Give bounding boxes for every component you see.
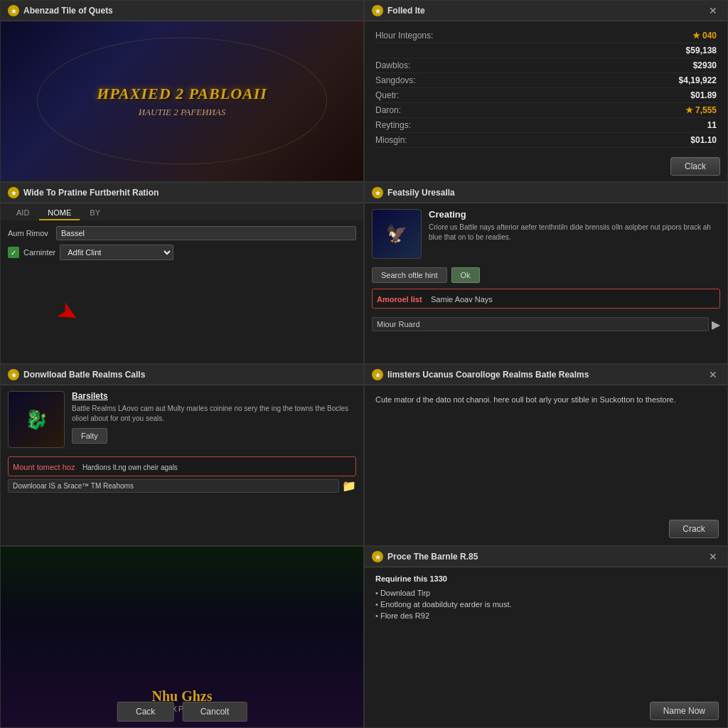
- art-background: Nhu Ghzs LXPEE: [1, 547, 363, 727]
- info-row-6: Daron: ★ 7,555: [375, 103, 717, 118]
- panel-icon-5: ★: [8, 369, 19, 380]
- bottom-buttons: Cack Cancolt: [117, 702, 247, 722]
- feature-top: 🦅 Creating Criore us Battle nays afterio…: [372, 209, 720, 259]
- dropdown-folder-icon[interactable]: 📁: [342, 479, 356, 493]
- info-row-5: Quetr: $01.89: [375, 88, 717, 103]
- clack-button[interactable]: Clack: [670, 157, 720, 176]
- panel-title-4: Featsily Uresalla: [387, 188, 720, 198]
- info-label-5: Quetr:: [375, 90, 399, 100]
- panel-featsily: ★ Featsily Uresalla 🦅 Creating Criore us…: [364, 182, 728, 364]
- search-hint-button[interactable]: Search oftle hint: [372, 267, 447, 283]
- info-row-7: Reytings: 11: [375, 118, 717, 133]
- info-row-8: Miosgin: $01.10: [375, 133, 717, 148]
- info-label-4: Sangdovs:: [375, 75, 416, 85]
- download-desc: Battle Realms LAovo cam aut Multy marles…: [72, 404, 356, 424]
- clack-button-area: Clack: [670, 157, 720, 176]
- tab-by[interactable]: BY: [81, 206, 109, 220]
- proc-list-item-2: Enotlong at doabilduty earder is must.: [375, 599, 717, 610]
- download-title: Barsilets: [72, 391, 356, 401]
- panel-header-2: ★ Folled Ite ✕: [365, 1, 727, 21]
- name-now-button-area: Name Now: [650, 702, 719, 720]
- panel-title-6: Iimsters Ucanus Coarolloge Realms Batle …: [387, 370, 702, 380]
- tagged-subtitle-4: Samie Aoav Nays: [431, 295, 493, 304]
- checkbox-label: Carninter: [23, 248, 55, 257]
- panel-title-8: Proce The Barnle R.85: [387, 552, 702, 562]
- form-row-1: Aum Rimov: [8, 226, 356, 240]
- tagged-title-5: Mount tomect hoz: [13, 463, 75, 471]
- panel-title-5: Donwlload Batle Realms Calls: [23, 370, 356, 380]
- dropdown-input-5[interactable]: [8, 479, 339, 493]
- close-button-2[interactable]: ✕: [706, 5, 720, 16]
- feature-heading: Creating: [429, 209, 720, 220]
- tab-nome[interactable]: NOME: [39, 206, 80, 220]
- banner-area: ИPAXIED 2 PABLOAII ИAUTIE 2 PAFEИИAS: [1, 21, 363, 181]
- close-button-8[interactable]: ✕: [706, 551, 720, 562]
- ok-button[interactable]: Ok: [451, 267, 480, 283]
- feature-image: 🦅: [372, 209, 422, 259]
- name-now-button[interactable]: Name Now: [650, 702, 719, 720]
- panel-header-3: ★ Wide To Pratine Furtberhit Ration: [1, 183, 363, 203]
- panel-tabs: AID NOME BY: [1, 203, 363, 220]
- download-image: 🐉: [8, 391, 65, 448]
- dropdown-row-4: ▶: [372, 317, 720, 331]
- panel-header-5: ★ Donwlload Batle Realms Calls: [1, 365, 363, 385]
- panel-art: Nhu Ghzs LXPEE Cack Cancolt: [0, 546, 364, 728]
- checkbox-row: ✓ Carninter Adfit Clint: [8, 245, 356, 260]
- info-value-1: ★ 040: [692, 31, 717, 41]
- panel-icon-6: ★: [372, 369, 383, 380]
- panel-body-3: Aum Rimov ✓ Carninter Adfit Clint: [1, 220, 363, 270]
- panel-icon-4: ★: [372, 187, 383, 198]
- warning-content: Cute mator d the dato not chanoi. here o…: [365, 385, 727, 415]
- info-value-5: $01.89: [690, 90, 717, 100]
- panel-icon-1: ★: [8, 5, 19, 16]
- info-row-4: Sangdovs: $4,19,922: [375, 73, 717, 88]
- tagged-section-4: Amoroel list Samie Aoav Nays: [372, 289, 720, 309]
- panel-form: ★ Wide To Pratine Furtberhit Ration AID …: [0, 182, 364, 364]
- tagged-section-5: Mount tomect hoz Hardions lt.ng own chei…: [8, 456, 356, 476]
- panel-icon-8: ★: [372, 551, 383, 562]
- checkbox-icon[interactable]: ✓: [8, 247, 19, 258]
- panel-header-1: ★ Abenzad Tile of Quets: [1, 1, 363, 21]
- info-value-2: $59,138: [686, 46, 717, 55]
- info-value-6: ★ 7,555: [685, 105, 717, 115]
- warning-text: Cute mator d the dato not chanoi. here o…: [375, 394, 717, 407]
- feature-desc: Criore us Battle nays afterior aefer ten…: [429, 223, 720, 242]
- dropdown-row-5: 📁: [8, 479, 356, 493]
- info-value-3: $2930: [693, 60, 717, 70]
- select-input[interactable]: Adfit Clint: [60, 245, 173, 260]
- info-label-1: Hlour Integons:: [375, 31, 433, 41]
- info-row-2: $59,138: [375, 43, 717, 58]
- close-button-6[interactable]: ✕: [706, 369, 720, 380]
- dropdown-input-4[interactable]: [372, 317, 709, 331]
- crack-button[interactable]: Crack: [669, 520, 719, 538]
- feature-text-area: Creating Criore us Battle nays afterior …: [429, 209, 720, 242]
- cack-button[interactable]: Cack: [117, 702, 174, 722]
- panel-header-6: ★ Iimsters Ucanus Coarolloge Realms Batl…: [365, 365, 727, 385]
- tagged-title-4: Amoroel list: [377, 295, 422, 304]
- feature-content: 🦅 Creating Criore us Battle nays afterio…: [365, 203, 727, 337]
- info-row-1: Hlour Integons: ★ 040: [375, 28, 717, 43]
- panel-header-4: ★ Featsily Uresalla: [365, 183, 727, 203]
- game-image-icon: 🦅: [386, 224, 407, 244]
- panel-title-1: Abenzad Tile of Quets: [23, 6, 356, 16]
- info-value-4: $4,19,922: [679, 75, 717, 85]
- banner-subtitle: ИAUTIE 2 PAFEИИAS: [97, 107, 267, 118]
- download-image-icon: 🐉: [25, 409, 48, 431]
- panel-folled-ite: ★ Folled Ite ✕ Hlour Integons: ★ 040 $59…: [364, 0, 728, 182]
- dropdown-arrow-icon[interactable]: ▶: [712, 318, 720, 331]
- info-value-8: $01.10: [690, 135, 717, 145]
- download-content: 🐉 Barsilets Battle Realms LAovo cam aut …: [1, 385, 363, 454]
- form-input-1[interactable]: [56, 226, 356, 240]
- tab-aid[interactable]: AID: [8, 206, 38, 220]
- info-table: Hlour Integons: ★ 040 $59,138 Dawblos: $…: [365, 21, 727, 155]
- cancel-button[interactable]: Cancolt: [183, 702, 247, 722]
- banner-logo: ИPAXIED 2 PABLOAII: [97, 84, 267, 105]
- info-label-3: Dawblos:: [375, 60, 410, 70]
- download-text: Barsilets Battle Realms LAovo cam aut Mu…: [72, 391, 356, 448]
- panel-download: ★ Donwlload Batle Realms Calls 🐉 Barsile…: [0, 364, 364, 546]
- proc-content: Requirine this 1330 Download Tirp Enotlo…: [365, 567, 727, 628]
- proc-list-item-1: Download Tirp: [375, 587, 717, 599]
- info-label-8: Miosgin:: [375, 135, 407, 145]
- play-button[interactable]: Falty: [72, 428, 107, 444]
- info-label-7: Reytings:: [375, 120, 411, 130]
